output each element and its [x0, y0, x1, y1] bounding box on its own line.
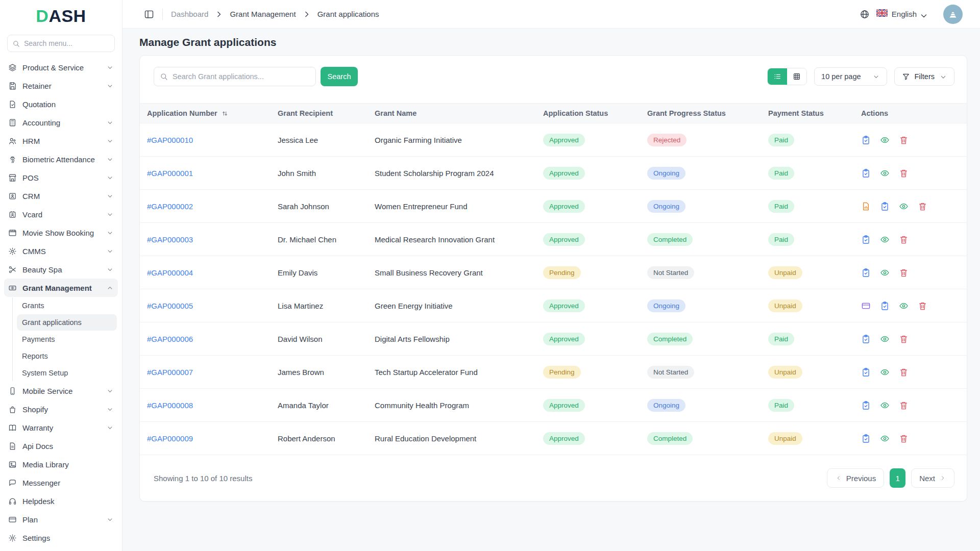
action-delete-button[interactable] — [918, 300, 928, 311]
tasks-icon — [861, 400, 871, 410]
action-tasks-button[interactable] — [880, 300, 890, 311]
action-delete-button[interactable] — [899, 400, 909, 410]
language-selector[interactable]: English — [892, 10, 926, 18]
table-row: #GAP000003Dr. Michael ChenMedical Resear… — [140, 223, 967, 256]
action-view-button[interactable] — [880, 334, 890, 344]
sidebar-item-retainer[interactable]: Retainer — [4, 77, 118, 95]
breadcrumb-item-grant-applications[interactable]: Grant applications — [317, 10, 379, 18]
table-header: Application NumberGrant RecipientGrant N… — [140, 103, 967, 123]
action-view-button[interactable] — [880, 267, 890, 278]
table-search-input[interactable] — [173, 72, 310, 81]
list-view-button[interactable] — [768, 68, 787, 85]
sidebar-item-accounting[interactable]: Accounting — [4, 113, 118, 132]
action-delete-button[interactable] — [899, 433, 909, 443]
sidebar-item-media-library[interactable]: Media Library — [4, 455, 118, 473]
action-delete-button[interactable] — [899, 367, 909, 377]
sidebar-item-settings[interactable]: Settings — [4, 529, 118, 547]
sidebar-item-quotation[interactable]: Quotation — [4, 95, 118, 113]
action-delete-button[interactable] — [899, 334, 909, 344]
action-tasks-button[interactable] — [880, 201, 890, 211]
application-number-link[interactable]: #GAP000010 — [147, 136, 193, 144]
sidebar-item-product-service[interactable]: Product & Service — [4, 58, 118, 77]
action-tasks-button[interactable] — [861, 400, 871, 410]
sidebar-item-crm[interactable]: CRM — [4, 187, 118, 205]
action-view-button[interactable] — [880, 168, 890, 178]
sidebar-item-helpdesk[interactable]: Helpdesk — [4, 492, 118, 510]
globe-icon[interactable] — [860, 9, 870, 19]
application-number-link[interactable]: #GAP000005 — [147, 302, 193, 310]
action-view-button[interactable] — [880, 433, 890, 443]
sidebar-item-pos[interactable]: POS — [4, 168, 118, 187]
action-delete-button[interactable] — [899, 234, 909, 244]
action-delete-button[interactable] — [899, 168, 909, 178]
action-view-button[interactable] — [880, 400, 890, 410]
action-tasks-button[interactable] — [861, 367, 871, 377]
application-number-link[interactable]: #GAP000002 — [147, 202, 193, 211]
payment-status-badge: Unpaid — [768, 432, 802, 445]
sidebar-item-grant-management[interactable]: Grant Management — [4, 279, 118, 297]
image-icon — [8, 460, 17, 469]
application-number-link[interactable]: #GAP000007 — [147, 368, 193, 377]
action-view-button[interactable] — [880, 367, 890, 377]
sidebar-subitem-payments[interactable]: Payments — [17, 331, 117, 347]
action-report-button[interactable] — [861, 201, 871, 211]
table-toolbar: Search 10 per page Filters — [154, 67, 954, 86]
previous-page-button[interactable]: Previous — [827, 468, 884, 488]
action-view-button[interactable] — [899, 300, 909, 311]
sidebar-subitem-reports[interactable]: Reports — [17, 348, 117, 364]
sidebar-item-hrm[interactable]: HRM — [4, 132, 118, 150]
breadcrumb-item-dashboard[interactable]: Dashboard — [171, 10, 208, 18]
application-number-link[interactable]: #GAP000001 — [147, 169, 193, 178]
sidebar-search-input[interactable] — [24, 39, 110, 47]
action-tasks-button[interactable] — [861, 234, 871, 244]
action-tasks-button[interactable] — [861, 433, 871, 443]
sidebar-item-warranty[interactable]: Warranty — [4, 418, 118, 437]
sidebar-subitem-grants[interactable]: Grants — [17, 297, 117, 314]
action-tasks-button[interactable] — [861, 168, 871, 178]
table-row: #GAP000006David WilsonDigital Arts Fello… — [140, 322, 967, 356]
avatar[interactable] — [943, 5, 963, 24]
sidebar-item-api-docs[interactable]: Api Docs — [4, 437, 118, 455]
grant-name-cell: Organic Farming Initiative — [375, 136, 543, 144]
action-delete-button[interactable] — [899, 267, 909, 278]
action-delete-button[interactable] — [918, 201, 928, 211]
application-status-cell: Approved — [543, 333, 647, 345]
application-number-link[interactable]: #GAP000008 — [147, 401, 193, 410]
sidebar-subitem-grant-applications[interactable]: Grant applications — [17, 314, 117, 331]
page-1-button[interactable]: 1 — [890, 468, 905, 488]
grid-view-button[interactable] — [787, 68, 806, 85]
sidebar-item-movie-show-booking[interactable]: Movie Show Booking — [4, 223, 118, 242]
filters-button[interactable]: Filters — [894, 67, 954, 86]
sidebar-subitem-system-setup[interactable]: System Setup — [17, 365, 117, 381]
application-number-link[interactable]: #GAP000003 — [147, 235, 193, 244]
action-view-button[interactable] — [899, 201, 909, 211]
action-tasks-button[interactable] — [861, 135, 871, 145]
application-number-link[interactable]: #GAP000009 — [147, 434, 193, 443]
sidebar-item-messenger[interactable]: Messenger — [4, 473, 118, 492]
sidebar-item-shopify[interactable]: Shopify — [4, 400, 118, 418]
sidebar-item-plan[interactable]: Plan — [4, 510, 118, 529]
action-tasks-button[interactable] — [861, 267, 871, 278]
action-view-button[interactable] — [880, 135, 890, 145]
action-payment-button[interactable] — [861, 300, 871, 311]
sidebar-item-mobile-service[interactable]: Mobile Service — [4, 382, 118, 400]
application-number-cell: #GAP000006 — [147, 335, 278, 343]
topbar-divider — [162, 9, 163, 20]
sidebar-item-biometric-attendance[interactable]: Biometric Attendance — [4, 150, 118, 168]
sidebar-item-cmms[interactable]: CMMS — [4, 242, 118, 260]
panel-toggle-icon[interactable] — [144, 9, 154, 19]
action-tasks-button[interactable] — [861, 334, 871, 344]
sidebar-item-vcard[interactable]: Vcard — [4, 205, 118, 223]
breadcrumb-item-grant-management[interactable]: Grant Management — [230, 10, 296, 18]
action-view-button[interactable] — [880, 234, 890, 244]
next-page-button[interactable]: Next — [911, 468, 954, 488]
application-number-link[interactable]: #GAP000004 — [147, 268, 193, 277]
application-number-link[interactable]: #GAP000006 — [147, 335, 193, 343]
application-status-badge: Approved — [543, 233, 585, 246]
search-button[interactable]: Search — [321, 67, 358, 86]
action-delete-button[interactable] — [899, 135, 909, 145]
application-number-cell: #GAP000007 — [147, 368, 278, 377]
sidebar-item-beauty-spa[interactable]: Beauty Spa — [4, 260, 118, 279]
per-page-select[interactable]: 10 per page — [814, 67, 887, 86]
tasks-icon — [861, 334, 871, 344]
